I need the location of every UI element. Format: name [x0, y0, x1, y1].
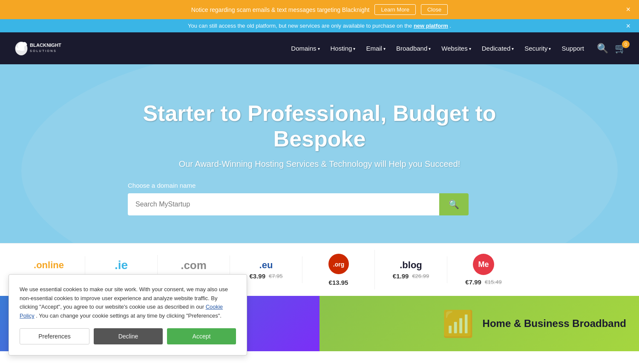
notice-bar: Notice regarding scam emails & text mess… — [0, 0, 639, 19]
domain-search-input[interactable] — [128, 193, 439, 215]
nav-item-hosting[interactable]: Hosting ▾ — [326, 41, 360, 55]
nav-link-security[interactable]: Security ▾ — [520, 41, 555, 55]
cart-button[interactable]: 🛒 0 — [615, 43, 626, 54]
cookie-text: We use essential cookies to make our sit… — [20, 285, 236, 321]
platform-text-after: . — [449, 23, 451, 29]
nav-link-domains[interactable]: Domains ▾ — [287, 41, 324, 55]
domain-item-me[interactable]: Me €7.99 €15.49 — [447, 250, 520, 289]
platform-x-button[interactable]: × — [626, 21, 630, 30]
broadband-card-title: Home & Business Broadband — [483, 318, 626, 330]
wifi-icon: 📶 — [442, 309, 474, 339]
cookie-consent: We use essential cookies to make our sit… — [9, 274, 247, 351]
nav-link-hosting[interactable]: Hosting ▾ — [326, 41, 360, 55]
domain-name-eu: .eu — [259, 260, 273, 271]
chevron-down-icon: ▾ — [469, 46, 471, 51]
nav-item-email[interactable]: Email ▾ — [362, 41, 390, 55]
broadband-card[interactable]: 📶 Home & Business Broadband — [320, 296, 639, 351]
domain-name-online: .online — [34, 260, 64, 271]
learn-more-button[interactable]: Learn More — [374, 4, 415, 15]
notice-close-button[interactable]: Close — [421, 4, 448, 15]
domain-price-new: €7.99 — [465, 278, 481, 286]
domain-name-com: .com — [181, 259, 207, 272]
domain-prices-eu: €3.99 €7.95 — [249, 272, 282, 280]
domain-price-new: €3.99 — [249, 272, 265, 280]
svg-text:.org: .org — [333, 261, 344, 268]
domain-search-button[interactable]: 🔍 — [439, 193, 469, 215]
nav-link-support[interactable]: Support — [557, 41, 588, 55]
domain-name-ie: .ie — [115, 258, 128, 272]
nav-item-domains[interactable]: Domains ▾ — [287, 41, 324, 55]
logo[interactable]: BLACKNIGHT SOLUTIONS — [13, 38, 81, 59]
domain-price-new: €1.99 — [393, 272, 409, 280]
domain-price-new: €13.95 — [329, 279, 348, 286]
domain-price-old: €7.95 — [269, 273, 283, 279]
cookie-accept-button[interactable]: Accept — [167, 328, 236, 344]
hero-subheading: Our Award-Winning Hosting Services & Tec… — [128, 159, 511, 169]
domain-search-form: 🔍 — [128, 193, 469, 215]
nav-item-dedicated[interactable]: Dedicated ▾ — [478, 41, 518, 55]
nav-item-support[interactable]: Support — [557, 41, 588, 55]
svg-text:BLACKNIGHT: BLACKNIGHT — [30, 43, 61, 48]
domain-item-org[interactable]: .org €13.95 — [302, 250, 375, 289]
hero-content: Starter to Professional, Budget to Bespo… — [128, 100, 511, 215]
main-nav: BLACKNIGHT SOLUTIONS Domains ▾ Hosting ▾… — [0, 32, 639, 64]
nav-item-websites[interactable]: Websites ▾ — [437, 41, 475, 55]
domain-item-blog[interactable]: .blog €1.99 €26.99 — [375, 256, 447, 283]
domain-prices-me: €7.99 €15.49 — [465, 278, 501, 286]
cart-badge: 0 — [622, 40, 630, 48]
domain-price-old: €15.49 — [485, 279, 502, 285]
chevron-down-icon: ▾ — [512, 46, 514, 51]
notice-text: Notice regarding scam emails & text mess… — [191, 6, 370, 13]
new-platform-link[interactable]: new platform — [414, 23, 448, 29]
nav-link-broadband[interactable]: Broadband ▾ — [392, 41, 435, 55]
domain-name-me: Me — [473, 254, 494, 277]
nav-item-security[interactable]: Security ▾ — [520, 41, 555, 55]
nav-link-email[interactable]: Email ▾ — [362, 41, 390, 55]
domain-prices-blog: €1.99 €26.99 — [393, 272, 429, 280]
nav-item-broadband[interactable]: Broadband ▾ — [392, 41, 435, 55]
hero-section: Starter to Professional, Budget to Bespo… — [0, 64, 639, 243]
domain-price-old: €26.99 — [412, 273, 429, 279]
cookie-buttons: Preferences Decline Accept — [20, 328, 236, 344]
chevron-down-icon: ▾ — [383, 46, 386, 51]
nav-icons: 🔍 🛒 0 — [597, 43, 626, 54]
nav-link-websites[interactable]: Websites ▾ — [437, 41, 475, 55]
cookie-decline-button[interactable]: Decline — [94, 328, 163, 344]
chevron-down-icon: ▾ — [318, 46, 320, 51]
hero-heading: Starter to Professional, Budget to Bespo… — [128, 100, 511, 152]
domain-name-blog: .blog — [400, 260, 422, 271]
domain-search-label: Choose a domain name — [128, 182, 469, 189]
cookie-preferences-button[interactable]: Preferences — [20, 328, 89, 344]
chevron-down-icon: ▾ — [353, 46, 355, 51]
chevron-down-icon: ▾ — [549, 46, 551, 51]
notice-x-button[interactable]: × — [626, 5, 630, 14]
domain-prices-org: €13.95 — [329, 279, 348, 286]
nav-links: Domains ▾ Hosting ▾ Email ▾ Broadband ▾ — [287, 41, 588, 55]
nav-link-dedicated[interactable]: Dedicated ▾ — [478, 41, 518, 55]
platform-text-before: You can still access the old platform, b… — [188, 23, 412, 29]
domain-name-org: .org — [328, 253, 349, 277]
chevron-down-icon: ▾ — [429, 46, 431, 51]
platform-bar: You can still access the old platform, b… — [0, 19, 639, 32]
search-icon[interactable]: 🔍 — [597, 43, 608, 54]
svg-text:SOLUTIONS: SOLUTIONS — [30, 49, 57, 53]
